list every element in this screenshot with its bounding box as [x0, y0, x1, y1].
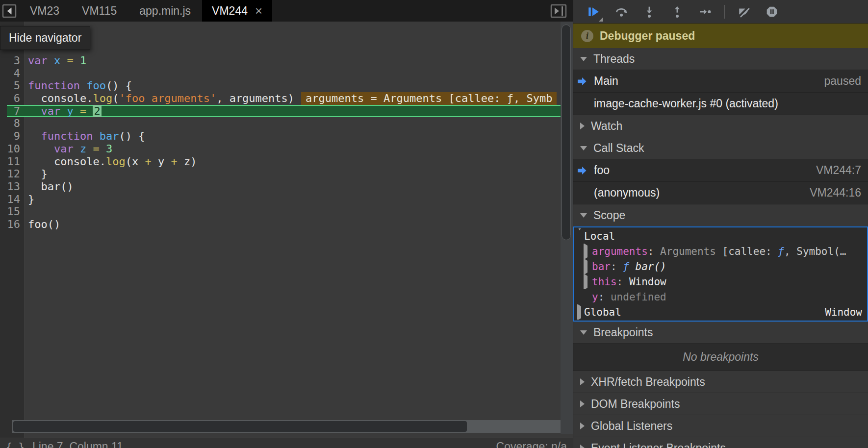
code-text [25, 205, 28, 218]
code-text: console.log('foo arguments', arguments)a… [25, 92, 557, 105]
horizontal-scrollbar-thumb[interactable] [13, 421, 467, 432]
line-number[interactable]: 10 [0, 143, 25, 155]
step-out-icon [671, 5, 684, 18]
coverage-label: Coverage: n/a [496, 440, 567, 448]
scope-var-name: this [592, 276, 617, 288]
pause-on-exceptions-icon [766, 5, 778, 18]
tab-label: VM115 [82, 4, 117, 18]
step-out-button[interactable] [663, 5, 691, 18]
line-number[interactable]: 14 [0, 193, 25, 206]
section-header-call-stack[interactable]: Call Stack [573, 137, 868, 159]
devtools-sources-panel: VM23VM115app.min.jsVM244× 3var x = 145fu… [0, 0, 868, 448]
tab-vm23[interactable]: VM23 [19, 0, 71, 22]
pretty-print-icon[interactable]: { } [6, 441, 25, 448]
scope-row-local[interactable]: Local [574, 228, 867, 244]
scope-row-bar[interactable]: bar: ƒ bar() [574, 259, 867, 274]
section-title: Scope [593, 209, 625, 222]
code-text: var y = 2 [25, 105, 102, 118]
code-line-11: 11 console.log(x + y + z) [0, 155, 561, 168]
line-number[interactable]: 16 [0, 218, 25, 231]
empty-placeholder: No breakpoints [573, 344, 868, 371]
section-title: DOM Breakpoints [591, 398, 680, 411]
scope-row-global[interactable]: GlobalWindow [574, 304, 867, 320]
item-label: (anonymous) [594, 186, 660, 199]
editor-vertical-scrollbar[interactable] [561, 22, 573, 434]
line-number[interactable]: 4 [0, 67, 25, 80]
section-header-watch[interactable]: Watch [573, 115, 868, 137]
editor-horizontal-scrollbar[interactable] [12, 420, 561, 433]
code-line-5: 5function foo() { [0, 79, 561, 92]
section-title: Call Stack [593, 142, 644, 155]
debugger-paused-label: Debugger paused [600, 29, 695, 43]
toggle-debugger-sidebar-button[interactable] [550, 3, 567, 18]
code-line-15: 15 [0, 205, 561, 218]
chevron-right-icon[interactable] [577, 306, 581, 318]
section-title: Event Listener Breakpoints [591, 442, 726, 448]
tab-app-min-js[interactable]: app.min.js [128, 0, 202, 22]
code-line-16: 16foo() [0, 218, 561, 231]
line-number[interactable]: 7 [0, 105, 25, 118]
list-item-foo[interactable]: fooVM244:7 [573, 159, 868, 182]
tab-label: VM244 [212, 4, 248, 18]
tab-vm244[interactable]: VM244× [202, 0, 272, 22]
section-title: XHR/fetch Breakpoints [591, 375, 705, 389]
source-editor[interactable]: 3var x = 145function foo() {6 console.lo… [0, 22, 561, 438]
tab-label: VM23 [30, 4, 59, 18]
editor-status-bar: { } Line 7, Column 11 Coverage: n/a [0, 438, 573, 448]
scope-row-this[interactable]: this: Window [574, 274, 867, 289]
code-line-3: 3var x = 1 [0, 54, 561, 67]
code-text [25, 117, 28, 130]
step-button[interactable] [691, 5, 719, 18]
tab-close-icon[interactable]: × [255, 4, 262, 17]
list-item-anonymous[interactable]: (anonymous)VM244:16 [573, 182, 868, 204]
line-number[interactable]: 13 [0, 180, 25, 193]
execution-marker [577, 166, 587, 175]
scope-row-arguments[interactable]: arguments: Arguments [callee: ƒ, Symbol(… [574, 244, 867, 259]
code-lines: 3var x = 145function foo() {6 console.lo… [0, 54, 561, 231]
chevron-right-icon[interactable] [584, 261, 587, 273]
line-number[interactable]: 11 [0, 155, 25, 168]
chevron-right-icon[interactable] [584, 246, 587, 257]
line-number[interactable]: 3 [0, 54, 25, 67]
line-number[interactable]: 9 [0, 130, 25, 143]
chevron-right-icon [580, 445, 585, 448]
resume-button[interactable] [579, 5, 607, 18]
step-over-button[interactable] [607, 5, 635, 18]
list-item-main[interactable]: Mainpaused [573, 70, 868, 93]
navigator-collapse-icon [2, 3, 17, 18]
line-number[interactable]: 8 [0, 117, 25, 130]
tab-vm115[interactable]: VM115 [71, 0, 128, 22]
line-number[interactable]: 12 [0, 168, 25, 180]
section-header-dom-breakpoints[interactable]: DOM Breakpoints [573, 393, 868, 415]
section-header-scope[interactable]: Scope [573, 204, 868, 226]
chevron-right-icon [584, 244, 587, 259]
execution-marker-icon [577, 76, 587, 86]
section-header-event-listener-breakpoints[interactable]: Event Listener Breakpoints [573, 437, 868, 448]
pane-right-icon [550, 3, 567, 18]
section-header-breakpoints[interactable]: Breakpoints [573, 322, 868, 344]
scope-row-y[interactable]: y: undefined [574, 289, 867, 304]
line-number[interactable]: 15 [0, 205, 25, 218]
hide-navigator-tooltip: Hide navigator [0, 26, 90, 50]
section-header-threads[interactable]: Threads [573, 48, 868, 70]
item-label: Main [594, 75, 618, 88]
chevron-right-icon[interactable] [584, 276, 587, 288]
execution-marker [577, 76, 587, 86]
debugger-toolbar [573, 0, 868, 24]
chevron-down-icon[interactable] [577, 230, 582, 242]
line-number[interactable]: 5 [0, 79, 25, 92]
line-number[interactable]: 6 [0, 92, 25, 105]
vertical-scrollbar-thumb[interactable] [562, 25, 571, 240]
deactivate-breakpoints-button[interactable] [730, 5, 758, 18]
code-text: bar() [25, 180, 74, 193]
editor-column: VM23VM115app.min.jsVM244× 3var x = 145fu… [0, 0, 573, 448]
section-header-xhr-fetch-breakpoints[interactable]: XHR/fetch Breakpoints [573, 371, 868, 393]
hide-navigator-button[interactable] [0, 0, 19, 22]
code-text: var x = 1 [25, 54, 86, 67]
step-into-button[interactable] [635, 5, 663, 18]
pause-on-exceptions-button[interactable] [758, 5, 786, 18]
list-item-image-cache-worker-js-0-activated[interactable]: image-cache-worker.js #0 (activated) [573, 93, 868, 115]
chevron-down-icon [580, 57, 587, 61]
section-header-global-listeners[interactable]: Global Listeners [573, 415, 868, 437]
step-icon [699, 5, 712, 18]
